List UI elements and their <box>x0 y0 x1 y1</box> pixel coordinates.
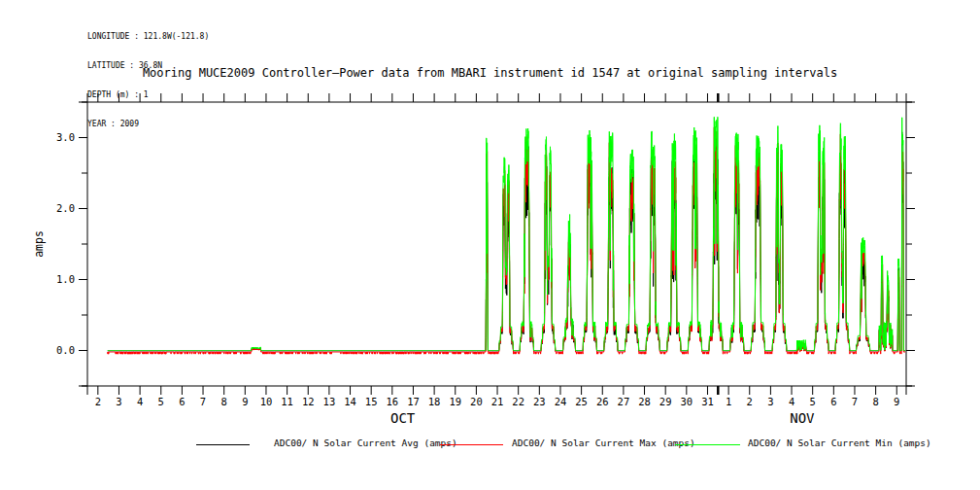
legend-label-min: ADC00/ N Solar Current Min (amps) <box>748 438 931 448</box>
plot-page: LONGITUDE : 121.8W(-121.8) LATITUDE : 36… <box>0 0 980 490</box>
svg-text:5: 5 <box>810 396 816 407</box>
legend-line-max <box>440 444 503 445</box>
svg-text:3.0: 3.0 <box>56 131 75 143</box>
svg-text:1: 1 <box>726 396 731 407</box>
svg-text:2: 2 <box>747 396 753 407</box>
series-max <box>108 127 905 354</box>
svg-text:13: 13 <box>323 396 336 407</box>
svg-text:17: 17 <box>407 396 420 407</box>
legend-line-min <box>675 444 740 445</box>
svg-text:22: 22 <box>512 396 524 407</box>
svg-text:9: 9 <box>894 396 899 407</box>
svg-text:31: 31 <box>701 396 714 407</box>
svg-text:NOV: NOV <box>790 410 815 426</box>
svg-text:26: 26 <box>596 396 609 407</box>
series-avg <box>108 132 905 351</box>
svg-text:18: 18 <box>428 396 441 407</box>
svg-text:19: 19 <box>449 396 461 407</box>
svg-text:14: 14 <box>344 396 356 407</box>
series-min <box>108 117 905 350</box>
svg-text:4: 4 <box>789 396 794 407</box>
svg-text:27: 27 <box>618 396 630 407</box>
svg-text:24: 24 <box>555 396 567 407</box>
svg-text:8: 8 <box>221 396 227 407</box>
svg-text:25: 25 <box>575 396 588 407</box>
chart-canvas: 0.01.02.03.02345678910111213141516171819… <box>0 0 980 490</box>
svg-text:8: 8 <box>872 396 878 407</box>
svg-text:2: 2 <box>95 396 101 407</box>
svg-text:3: 3 <box>116 396 121 407</box>
svg-text:3: 3 <box>767 396 773 407</box>
svg-text:15: 15 <box>365 396 378 407</box>
svg-text:6: 6 <box>179 396 185 407</box>
svg-text:0.0: 0.0 <box>56 344 75 356</box>
svg-text:5: 5 <box>158 396 164 407</box>
svg-text:7: 7 <box>852 396 858 407</box>
svg-text:6: 6 <box>830 396 836 407</box>
svg-text:9: 9 <box>242 396 248 407</box>
svg-text:11: 11 <box>281 396 293 407</box>
svg-text:30: 30 <box>681 396 693 407</box>
svg-text:20: 20 <box>470 396 483 407</box>
legend-line-avg <box>196 444 250 445</box>
svg-text:28: 28 <box>638 396 651 407</box>
svg-text:12: 12 <box>302 396 315 407</box>
legend-label-max: ADC00/ N Solar Current Max (amps) <box>512 438 695 448</box>
svg-text:16: 16 <box>386 396 398 407</box>
svg-text:7: 7 <box>200 396 206 407</box>
svg-text:4: 4 <box>137 396 143 407</box>
svg-text:21: 21 <box>491 396 504 407</box>
svg-text:29: 29 <box>659 396 672 407</box>
svg-text:1.0: 1.0 <box>56 273 75 285</box>
legend-label-avg: ADC00/ N Solar Current Avg (amps) <box>274 438 457 448</box>
svg-text:2.0: 2.0 <box>56 202 75 214</box>
svg-text:10: 10 <box>260 396 273 407</box>
svg-text:OCT: OCT <box>390 410 416 426</box>
svg-text:amps: amps <box>32 230 46 258</box>
svg-text:23: 23 <box>533 396 546 407</box>
